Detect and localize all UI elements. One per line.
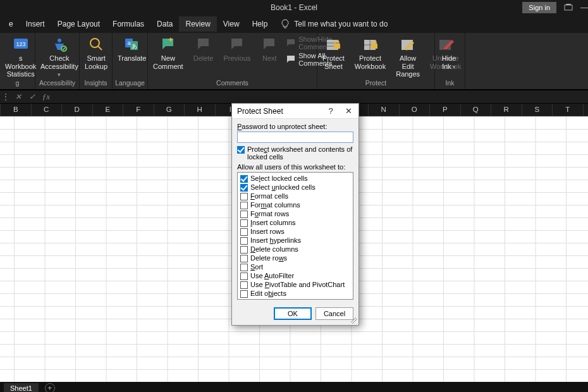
permission-row[interactable]: Sort [240, 263, 350, 271]
protect-contents-checkbox[interactable] [237, 146, 245, 154]
permission-row[interactable]: Format cells [240, 192, 350, 200]
add-sheet-button[interactable]: + [45, 383, 55, 392]
permission-row[interactable]: Insert rows [240, 228, 350, 236]
permission-checkbox[interactable] [240, 219, 248, 227]
dialog-close-button[interactable]: ✕ [343, 106, 353, 116]
permission-row[interactable]: Use PivotTable and PivotChart [240, 281, 350, 289]
allow-edit-ranges-icon [399, 35, 417, 53]
minimize-icon[interactable] [580, 8, 588, 8]
protect-contents-checkbox-row[interactable]: Protect worksheet and contents of locked… [237, 145, 353, 161]
smart-lookup-button[interactable]: SmartLookup [80, 33, 113, 70]
permission-row[interactable]: Edit scenarios [240, 298, 350, 300]
new-comment-button[interactable]: ✦ NewComment [148, 33, 188, 70]
column-header[interactable]: S [522, 104, 553, 116]
permission-checkbox[interactable] [240, 193, 248, 200]
permission-checkbox[interactable] [240, 255, 248, 262]
sign-in-button[interactable]: Sign in [522, 2, 556, 13]
permission-label: Insert hyperlinks [250, 236, 301, 244]
permissions-list[interactable]: Select locked cellsSelect unlocked cells… [237, 172, 353, 300]
tab-data[interactable]: Data [150, 16, 179, 32]
fx-icon[interactable]: ƒx [40, 91, 52, 102]
ok-button[interactable]: OK [274, 307, 312, 320]
protect-workbook-button[interactable]: ProtectWorkbook [350, 33, 391, 70]
permission-checkbox[interactable] [240, 237, 248, 245]
column-header[interactable]: O [400, 104, 431, 116]
permission-checkbox[interactable] [240, 281, 248, 289]
permission-label: Format rows [250, 210, 289, 217]
permission-checkbox[interactable] [240, 175, 248, 183]
column-header[interactable]: C [32, 104, 63, 116]
dialog-titlebar[interactable]: Protect Sheet ? ✕ [232, 104, 358, 119]
permission-label: Edit scenarios [250, 298, 294, 300]
column-header[interactable]: T [553, 104, 584, 116]
password-input[interactable] [237, 132, 353, 143]
permission-label: Use PivotTable and PivotChart [250, 281, 345, 288]
cancel-button[interactable]: Cancel [315, 307, 353, 320]
ribbon-display-options-icon[interactable] [564, 3, 573, 12]
permission-checkbox[interactable] [240, 202, 248, 209]
permission-checkbox[interactable] [240, 299, 248, 300]
permission-checkbox[interactable] [240, 184, 248, 192]
column-header[interactable]: G [154, 104, 185, 116]
svg-rect-21 [371, 44, 377, 49]
permission-row[interactable]: Format rows [240, 210, 350, 218]
ribbon-tabs: e Insert Page Layout Formulas Data Revie… [0, 15, 588, 33]
column-header[interactable]: N [369, 104, 400, 116]
permission-row[interactable]: Select locked cells [240, 175, 350, 183]
tab-insert[interactable]: Insert [20, 16, 51, 32]
sheet-tab-bar: Sheet1 + [0, 382, 588, 392]
tab-view[interactable]: View [217, 16, 246, 32]
dialog-title: Protect Sheet [237, 107, 283, 116]
column-header[interactable]: H [185, 104, 216, 116]
sheet-tab[interactable]: Sheet1 [4, 383, 39, 392]
permission-checkbox[interactable] [240, 211, 248, 218]
tab-pagelayout[interactable]: Page Layout [51, 16, 106, 32]
check-accessibility-button[interactable]: CheckAccessibility [35, 33, 83, 78]
column-header[interactable]: D [62, 104, 93, 116]
column-header[interactable]: B [1, 104, 32, 116]
protect-sheet-icon [324, 35, 342, 53]
tab-help[interactable]: Help [246, 16, 274, 32]
tab-file-edge[interactable]: e [3, 16, 20, 32]
permission-label: Sort [250, 263, 263, 271]
svg-rect-0 [565, 5, 572, 10]
allow-edit-ranges-button[interactable]: Allow EditRanges [391, 33, 425, 78]
translate-button[interactable]: aあ Translate [113, 33, 151, 63]
tell-me-input[interactable]: Tell me what you want to do [290, 20, 391, 28]
permission-row[interactable]: Format columns [240, 201, 350, 209]
hide-ink-button[interactable]: HideInk [435, 33, 463, 70]
permission-row[interactable]: Insert hyperlinks [240, 236, 350, 245]
permission-checkbox[interactable] [240, 246, 248, 254]
column-header[interactable]: F [123, 104, 154, 116]
permission-row[interactable]: Delete rows [240, 254, 350, 262]
column-header[interactable]: E [93, 104, 124, 116]
permission-row[interactable]: Delete columns [240, 245, 350, 254]
permission-checkbox[interactable] [240, 273, 248, 280]
delete-comment-button: Delete [188, 33, 219, 63]
tab-formulas[interactable]: Formulas [106, 16, 150, 32]
column-header[interactable]: U [584, 104, 589, 116]
svg-text:あ: あ [131, 43, 137, 49]
svg-rect-17 [334, 44, 340, 49]
permission-checkbox[interactable] [240, 264, 248, 271]
permission-row[interactable]: Edit objects [240, 290, 350, 298]
group-proofing-label: g [0, 79, 35, 89]
next-comment-button: Next [255, 33, 283, 63]
formula-input[interactable] [54, 92, 587, 101]
permission-checkbox[interactable] [240, 228, 248, 236]
column-header[interactable]: P [430, 104, 461, 116]
protect-sheet-button[interactable]: ProtectSheet [317, 33, 350, 70]
permission-label: Select unlocked cells [250, 183, 315, 191]
dialog-resize-grip[interactable] [351, 317, 357, 324]
dialog-help-button[interactable]: ? [326, 106, 336, 116]
permission-row[interactable]: Use AutoFilter [240, 272, 350, 280]
tab-review[interactable]: Review [179, 16, 216, 32]
name-box-handle[interactable]: ⋮ [1, 92, 10, 101]
permission-row[interactable]: Insert columns [240, 219, 350, 227]
column-header[interactable]: R [491, 104, 522, 116]
permission-label: Select locked cells [250, 175, 308, 182]
column-header[interactable]: Q [461, 104, 492, 116]
permission-checkbox[interactable] [240, 290, 248, 298]
show-all-comments-icon [286, 54, 296, 64]
permission-row[interactable]: Select unlocked cells [240, 183, 350, 192]
